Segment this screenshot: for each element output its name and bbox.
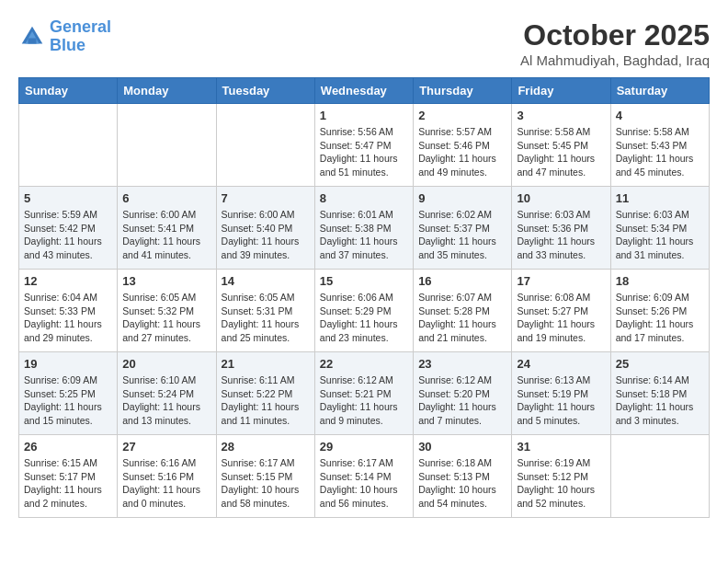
day-number: 11 — [616, 191, 704, 205]
calendar-cell: 7Sunrise: 6:00 AM Sunset: 5:40 PM Daylig… — [216, 187, 314, 270]
day-info: Sunrise: 6:02 AM Sunset: 5:37 PM Dayligh… — [418, 208, 506, 262]
day-info: Sunrise: 5:58 AM Sunset: 5:43 PM Dayligh… — [616, 125, 704, 179]
calendar-cell: 17Sunrise: 6:08 AM Sunset: 5:27 PM Dayli… — [512, 270, 610, 352]
day-number: 18 — [616, 274, 704, 288]
day-info: Sunrise: 6:07 AM Sunset: 5:28 PM Dayligh… — [418, 291, 506, 345]
calendar-cell: 25Sunrise: 6:14 AM Sunset: 5:18 PM Dayli… — [610, 352, 709, 435]
day-info: Sunrise: 6:05 AM Sunset: 5:31 PM Dayligh… — [222, 291, 310, 345]
month-title: October 2025 — [520, 18, 710, 52]
day-number: 25 — [616, 357, 704, 371]
day-info: Sunrise: 6:15 AM Sunset: 5:17 PM Dayligh… — [24, 456, 112, 511]
calendar-cell: 2Sunrise: 5:57 AM Sunset: 5:46 PM Daylig… — [414, 104, 512, 187]
page-header: General Blue October 2025 Al Mahmudiyah,… — [18, 18, 710, 68]
calendar-cell: 10Sunrise: 6:03 AM Sunset: 5:36 PM Dayli… — [512, 187, 610, 270]
logo-icon — [18, 23, 46, 51]
day-info: Sunrise: 6:17 AM Sunset: 5:14 PM Dayligh… — [320, 456, 408, 511]
day-info: Sunrise: 6:09 AM Sunset: 5:25 PM Dayligh… — [24, 373, 112, 428]
weekday-header-thursday: Thursday — [414, 78, 512, 104]
weekday-header-row: SundayMondayTuesdayWednesdayThursdayFrid… — [19, 78, 710, 104]
calendar-cell: 9Sunrise: 6:02 AM Sunset: 5:37 PM Daylig… — [414, 187, 512, 270]
day-number: 14 — [222, 274, 310, 288]
calendar-cell: 1Sunrise: 5:56 AM Sunset: 5:47 PM Daylig… — [314, 104, 413, 187]
calendar-cell: 16Sunrise: 6:07 AM Sunset: 5:28 PM Dayli… — [414, 270, 512, 352]
day-number: 9 — [418, 191, 506, 205]
day-number: 31 — [517, 440, 605, 454]
calendar-week-row: 26Sunrise: 6:15 AM Sunset: 5:17 PM Dayli… — [19, 435, 710, 518]
day-info: Sunrise: 5:57 AM Sunset: 5:46 PM Dayligh… — [418, 125, 506, 179]
calendar-cell: 19Sunrise: 6:09 AM Sunset: 5:25 PM Dayli… — [19, 352, 118, 435]
day-number: 30 — [418, 440, 506, 454]
day-info: Sunrise: 6:03 AM Sunset: 5:36 PM Dayligh… — [517, 208, 605, 262]
day-info: Sunrise: 6:05 AM Sunset: 5:32 PM Dayligh… — [122, 291, 210, 345]
day-number: 17 — [517, 274, 605, 288]
day-number: 27 — [122, 440, 210, 454]
calendar-cell: 4Sunrise: 5:58 AM Sunset: 5:43 PM Daylig… — [610, 104, 709, 187]
calendar-cell — [610, 435, 709, 518]
day-number: 13 — [122, 274, 210, 288]
calendar-cell: 29Sunrise: 6:17 AM Sunset: 5:14 PM Dayli… — [314, 435, 413, 518]
calendar-cell — [19, 104, 118, 187]
day-info: Sunrise: 6:19 AM Sunset: 5:12 PM Dayligh… — [517, 456, 605, 511]
day-number: 16 — [418, 274, 506, 288]
calendar-cell: 31Sunrise: 6:19 AM Sunset: 5:12 PM Dayli… — [512, 435, 610, 518]
day-info: Sunrise: 6:12 AM Sunset: 5:20 PM Dayligh… — [418, 373, 506, 428]
day-number: 1 — [320, 109, 408, 122]
day-number: 20 — [122, 357, 210, 371]
day-number: 15 — [320, 274, 408, 288]
calendar-cell: 26Sunrise: 6:15 AM Sunset: 5:17 PM Dayli… — [19, 435, 118, 518]
weekday-header-saturday: Saturday — [610, 78, 709, 104]
location-subtitle: Al Mahmudiyah, Baghdad, Iraq — [520, 52, 710, 68]
logo: General Blue — [18, 18, 111, 55]
calendar-cell: 13Sunrise: 6:05 AM Sunset: 5:32 PM Dayli… — [118, 270, 216, 352]
day-info: Sunrise: 6:00 AM Sunset: 5:40 PM Dayligh… — [222, 208, 310, 262]
calendar-week-row: 12Sunrise: 6:04 AM Sunset: 5:33 PM Dayli… — [19, 270, 710, 352]
day-info: Sunrise: 6:17 AM Sunset: 5:15 PM Dayligh… — [222, 456, 310, 511]
day-number: 29 — [320, 440, 408, 454]
day-info: Sunrise: 6:18 AM Sunset: 5:13 PM Dayligh… — [418, 456, 506, 511]
day-number: 3 — [517, 109, 605, 122]
day-info: Sunrise: 6:08 AM Sunset: 5:27 PM Dayligh… — [517, 291, 605, 345]
day-number: 22 — [320, 357, 408, 371]
day-info: Sunrise: 6:09 AM Sunset: 5:26 PM Dayligh… — [616, 291, 704, 345]
day-info: Sunrise: 6:04 AM Sunset: 5:33 PM Dayligh… — [24, 291, 112, 345]
day-number: 23 — [418, 357, 506, 371]
logo-line2: Blue — [50, 36, 85, 54]
day-info: Sunrise: 6:13 AM Sunset: 5:19 PM Dayligh… — [517, 373, 605, 428]
day-number: 28 — [222, 440, 310, 454]
day-number: 6 — [122, 191, 210, 205]
day-info: Sunrise: 6:00 AM Sunset: 5:41 PM Dayligh… — [122, 208, 210, 262]
logo-line1: General — [50, 17, 111, 36]
day-info: Sunrise: 6:06 AM Sunset: 5:29 PM Dayligh… — [320, 291, 408, 345]
day-number: 8 — [320, 191, 408, 205]
calendar-cell: 28Sunrise: 6:17 AM Sunset: 5:15 PM Dayli… — [216, 435, 314, 518]
day-info: Sunrise: 5:59 AM Sunset: 5:42 PM Dayligh… — [24, 208, 112, 262]
calendar-cell: 5Sunrise: 5:59 AM Sunset: 5:42 PM Daylig… — [19, 187, 118, 270]
day-info: Sunrise: 6:01 AM Sunset: 5:38 PM Dayligh… — [320, 208, 408, 262]
svg-rect-2 — [28, 38, 37, 43]
day-number: 7 — [222, 191, 310, 205]
calendar-table: SundayMondayTuesdayWednesdayThursdayFrid… — [18, 77, 710, 518]
day-number: 21 — [222, 357, 310, 371]
calendar-cell: 14Sunrise: 6:05 AM Sunset: 5:31 PM Dayli… — [216, 270, 314, 352]
calendar-cell — [216, 104, 314, 187]
calendar-cell: 6Sunrise: 6:00 AM Sunset: 5:41 PM Daylig… — [118, 187, 216, 270]
calendar-cell: 3Sunrise: 5:58 AM Sunset: 5:45 PM Daylig… — [512, 104, 610, 187]
calendar-cell: 27Sunrise: 6:16 AM Sunset: 5:16 PM Dayli… — [118, 435, 216, 518]
calendar-cell: 30Sunrise: 6:18 AM Sunset: 5:13 PM Dayli… — [414, 435, 512, 518]
calendar-week-row: 5Sunrise: 5:59 AM Sunset: 5:42 PM Daylig… — [19, 187, 710, 270]
weekday-header-wednesday: Wednesday — [314, 78, 413, 104]
day-info: Sunrise: 6:10 AM Sunset: 5:24 PM Dayligh… — [122, 373, 210, 428]
calendar-cell: 15Sunrise: 6:06 AM Sunset: 5:29 PM Dayli… — [314, 270, 413, 352]
weekday-header-monday: Monday — [118, 78, 216, 104]
day-number: 10 — [517, 191, 605, 205]
calendar-cell: 23Sunrise: 6:12 AM Sunset: 5:20 PM Dayli… — [414, 352, 512, 435]
day-number: 5 — [24, 191, 112, 205]
calendar-cell: 12Sunrise: 6:04 AM Sunset: 5:33 PM Dayli… — [19, 270, 118, 352]
calendar-week-row: 19Sunrise: 6:09 AM Sunset: 5:25 PM Dayli… — [19, 352, 710, 435]
weekday-header-sunday: Sunday — [19, 78, 118, 104]
calendar-cell — [118, 104, 216, 187]
day-info: Sunrise: 6:12 AM Sunset: 5:21 PM Dayligh… — [320, 373, 408, 428]
day-info: Sunrise: 5:56 AM Sunset: 5:47 PM Dayligh… — [320, 125, 408, 179]
calendar-cell: 8Sunrise: 6:01 AM Sunset: 5:38 PM Daylig… — [314, 187, 413, 270]
day-number: 2 — [418, 109, 506, 122]
